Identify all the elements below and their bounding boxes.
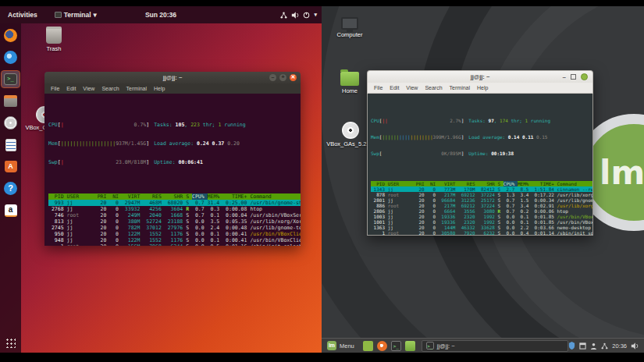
column-header-s[interactable]: S bbox=[498, 181, 503, 186]
column-header-virt[interactable]: VIRT bbox=[439, 181, 458, 186]
menu-terminal[interactable]: Terminal bbox=[126, 86, 147, 91]
column-header-pid[interactable]: PID bbox=[48, 193, 66, 200]
process-row[interactable]: 886 root 20 0 217M 69212 37224 S 0.7 3.4… bbox=[371, 203, 592, 208]
cell-st: S bbox=[186, 225, 192, 231]
minimize-button[interactable]: – bbox=[563, 73, 566, 80]
htop-table-header[interactable]: PID USER PRI NI VIRT RES SHR S CPU% MEM%… bbox=[371, 181, 592, 186]
dock-item-firefox[interactable] bbox=[2, 27, 20, 44]
column-header-command[interactable]: Command bbox=[250, 193, 271, 200]
dock-item-rhythmbox[interactable] bbox=[2, 115, 20, 131]
column-header-pri[interactable]: PRI bbox=[98, 193, 110, 200]
app-menu-terminal[interactable]: Terminal ▾ bbox=[55, 11, 97, 19]
column-header-user[interactable]: USER bbox=[388, 181, 416, 186]
menu-edit[interactable]: Edit bbox=[66, 86, 76, 91]
clock[interactable]: Sun 20:36 bbox=[145, 11, 176, 19]
column-header-cpu[interactable]: CPU% bbox=[192, 193, 208, 200]
process-row[interactable]: 2745 jj 20 0 782M 37012 27976 S 0.0 2.4 … bbox=[48, 225, 301, 231]
menu-button[interactable]: lm Menu bbox=[322, 339, 360, 353]
system-tray[interactable]: 20:36 bbox=[568, 342, 644, 350]
column-header-ni[interactable]: NI bbox=[427, 181, 438, 186]
dock-item-thunderbird[interactable] bbox=[2, 49, 20, 66]
activities-button[interactable]: Activities bbox=[8, 11, 37, 19]
column-header-mem[interactable]: MEM% bbox=[518, 181, 532, 186]
menu-terminal[interactable]: Terminal bbox=[450, 85, 470, 90]
process-row[interactable]: 2806 jj 20 0 6664 3556 3080 R 0.7 0.2 0:… bbox=[371, 208, 592, 214]
window-list-button[interactable]: >_ jj@jj: ~ bbox=[422, 340, 568, 352]
column-header-command[interactable]: Command bbox=[557, 181, 576, 186]
process-row[interactable]: 746 root 20 0 249M 2040 1668 S 0.7 0.1 0… bbox=[48, 212, 301, 218]
process-row[interactable]: 950 jj 20 0 122M 1552 1176 S 0.0 0.1 0:0… bbox=[48, 231, 301, 237]
maximize-button[interactable] bbox=[571, 74, 576, 80]
show-applications-button[interactable] bbox=[2, 332, 20, 348]
terminal-window-ubuntu[interactable]: jj@jj: ~ – + ✕ File Edit View Search Ter… bbox=[44, 72, 301, 246]
dock-item-help[interactable]: ? bbox=[2, 180, 20, 197]
dock-item-terminal[interactable]: >_ bbox=[2, 71, 20, 87]
column-header-pid[interactable]: PID bbox=[371, 181, 388, 186]
process-row[interactable]: 993 jj 20 0 2947M 468M 68020 S 0.7 31.4 … bbox=[48, 200, 301, 206]
process-row[interactable]: 2768 jj 20 0 33932 4256 3604 R 0.7 0.3 0… bbox=[48, 206, 301, 212]
process-row[interactable]: 813 jj 20 0 380M 52724 23188 S 0.0 3.5 0… bbox=[48, 218, 301, 225]
terminal-content[interactable]: CPU[| 0.7%] Mem[||||||||||||||||||937M/1… bbox=[44, 94, 301, 246]
column-header-virt[interactable]: VIRT bbox=[122, 193, 143, 200]
files-icon[interactable] bbox=[405, 341, 415, 351]
column-header-cpu[interactable]: CPU% bbox=[503, 181, 518, 186]
maximize-button[interactable]: + bbox=[279, 74, 286, 81]
menu-file[interactable]: File bbox=[51, 86, 59, 91]
column-header-res[interactable]: RES bbox=[458, 181, 478, 186]
desktop-icon-trash[interactable]: Trash bbox=[31, 27, 76, 52]
column-header-time[interactable]: TIME+ bbox=[532, 181, 557, 186]
cell-cmd: /usr/lib/gnome-te bbox=[557, 197, 593, 203]
menu-view[interactable]: View bbox=[406, 85, 418, 90]
desktop-icon-home[interactable]: Home bbox=[327, 72, 372, 94]
desktop-icon-computer[interactable]: Computer bbox=[327, 17, 372, 38]
process-row[interactable]: 1363 jj 20 0 144M 46332 33628 S 0.0 2.2 … bbox=[371, 225, 592, 230]
terminal-icon[interactable]: >_ bbox=[391, 341, 401, 351]
menu-help[interactable]: Help bbox=[477, 85, 488, 90]
htop-table-header[interactable]: PID USER PRI NI VIRT RES SHR S CPU% MEM%… bbox=[48, 193, 301, 200]
dock-item-amazon[interactable]: a bbox=[2, 202, 20, 218]
title-bar[interactable]: jj@jj: ~ – + ✕ bbox=[44, 72, 301, 83]
cell-cmd: /sbin/init splash bbox=[250, 243, 301, 246]
terminal-window-mint[interactable]: jj@jj: ~ – File Edit View Search Termina… bbox=[367, 70, 593, 236]
close-button[interactable] bbox=[581, 73, 588, 80]
process-row[interactable]: 948 jj 20 0 122M 1552 1176 S 0.0 0.1 0:0… bbox=[48, 237, 301, 243]
process-row[interactable]: 878 root 20 0 217M 69212 37224 S 1.3 3.4… bbox=[371, 192, 592, 197]
dock-item-writer[interactable] bbox=[2, 137, 20, 153]
process-row[interactable]: 1003 jj 20 0 19336 2320 1992 S 0.0 0.1 0… bbox=[371, 214, 592, 219]
menu-file[interactable]: File bbox=[374, 85, 382, 90]
column-header-time[interactable]: TIME+ bbox=[222, 193, 250, 200]
column-header-shr[interactable]: SHR bbox=[478, 181, 497, 186]
show-desktop-icon[interactable] bbox=[363, 341, 373, 351]
dock-item-files[interactable] bbox=[2, 93, 20, 109]
minimize-button[interactable]: – bbox=[269, 74, 276, 81]
column-header-mem[interactable]: MEM% bbox=[208, 193, 223, 200]
clock[interactable]: 20:36 bbox=[612, 342, 627, 350]
title-bar[interactable]: jj@jj: ~ – bbox=[367, 70, 593, 83]
menu-search[interactable]: Search bbox=[101, 86, 119, 91]
cell-st: S bbox=[498, 192, 503, 197]
firefox-icon[interactable] bbox=[377, 341, 387, 351]
process-row[interactable]: 1 root 20 0 30580 7920 6232 S 0.0 0.4 0:… bbox=[371, 230, 592, 236]
menu-view[interactable]: View bbox=[83, 86, 94, 91]
column-header-pri[interactable]: PRI bbox=[416, 181, 427, 186]
close-button[interactable]: ✕ bbox=[290, 74, 297, 81]
column-header-shr[interactable]: SHR bbox=[165, 193, 186, 200]
menu-search[interactable]: Search bbox=[425, 85, 442, 90]
column-header-s[interactable]: S bbox=[186, 193, 192, 200]
terminal-content[interactable]: CPU[|| 2.7%] Mem[||||||||||||||||||399M/… bbox=[367, 94, 593, 236]
menu-edit[interactable]: Edit bbox=[390, 85, 399, 90]
dock-item-software[interactable]: A bbox=[2, 158, 20, 175]
cell-cpu: 0.0 bbox=[503, 230, 518, 236]
process-row[interactable]: 1 root 20 0 156M 7868 6244 S 0.0 0.5 0:0… bbox=[48, 243, 301, 246]
cell-cmd: cinnamon --replac bbox=[557, 186, 593, 192]
process-row[interactable]: 1001 jj 20 0 19336 2320 1992 S 0.0 0.1 0… bbox=[371, 219, 592, 225]
system-tray[interactable]: ▾ bbox=[280, 12, 317, 19]
column-header-res[interactable]: RES bbox=[143, 193, 164, 200]
column-header-user[interactable]: USER bbox=[66, 193, 97, 200]
menu-help[interactable]: Help bbox=[154, 86, 165, 91]
column-header-ni[interactable]: NI bbox=[109, 193, 122, 200]
cell-ni: 0 bbox=[109, 237, 122, 243]
process-row[interactable]: 1343 jj 20 0 773M 170M 82412 S 2.7 8.5 1… bbox=[371, 186, 592, 192]
process-row[interactable]: 2801 jj 20 0 96684 31236 25172 S 0.7 1.5… bbox=[371, 197, 592, 203]
cell-time: 0:00.04 bbox=[222, 212, 250, 218]
